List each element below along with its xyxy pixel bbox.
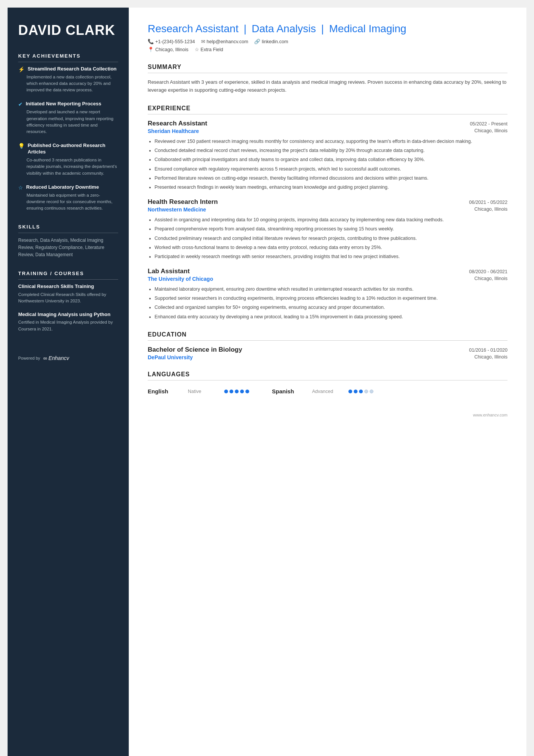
job-bullets: Maintained laboratory equipment, ensurin… [148, 286, 507, 321]
education-entry: Bachelor of Science in Biology 01/2016 -… [148, 346, 507, 360]
skills-title: SKILLS [18, 224, 118, 233]
lang-dot [245, 390, 249, 393]
phone-value: +1-(234)-555-1234 [155, 39, 195, 44]
language-item: Spanish Advanced [272, 388, 373, 394]
location-row: 📍 Chicago, Illinois ☆ Extra Field [148, 47, 507, 52]
achievement-icon: ⚡ [18, 66, 25, 72]
job-dates: 08/2020 - 06/2021 [469, 269, 507, 274]
bullet-item: Conducted detailed medical record chart … [155, 147, 507, 154]
achievement-desc: Developed and launched a new report gene… [18, 109, 118, 135]
job-location: Chicago, Illinois [474, 276, 507, 282]
title-part1: Research Assistant [148, 23, 239, 34]
sidebar: DAVID CLARK KEY ACHIEVEMENTS ⚡ Streamlin… [8, 8, 129, 756]
bullet-item: Enhanced data entry accuracy by developi… [155, 313, 507, 321]
bullet-item: Reviewed over 150 patient research imagi… [155, 138, 507, 145]
language-item: English Native [148, 388, 249, 394]
bullet-item: Assisted in organizing and interpreting … [155, 216, 507, 224]
lang-dot [354, 390, 358, 393]
lang-level: Native [188, 389, 218, 394]
bullet-item: Prepared comprehensive reports from anal… [155, 225, 507, 233]
bullet-item: Ensured compliance with regulatory requi… [155, 166, 507, 173]
job-entry: Lab Assistant 08/2020 - 06/2021 The Univ… [148, 268, 507, 321]
achievement-title: Streamlined Research Data Collection [28, 66, 117, 72]
achievement-desc: Implemented a new data collection protoc… [18, 74, 118, 94]
resume-container: DAVID CLARK KEY ACHIEVEMENTS ⚡ Streamlin… [8, 8, 526, 756]
training-item-title: Clinical Research Skills Training [18, 283, 118, 290]
title-part2: Data Analysis [252, 23, 316, 34]
achievements-section: KEY ACHIEVEMENTS ⚡ Streamlined Research … [18, 53, 118, 212]
summary-text: Research Assistant with 3 years of exper… [148, 78, 507, 94]
main-header: Research Assistant | Data Analysis | Med… [148, 23, 507, 52]
achievement-title: Published Co-authored Research Articles [28, 142, 118, 155]
skills-text: Research, Data Analysis, Medical Imaging… [18, 237, 118, 259]
bullet-item: Performed literature reviews on cutting-… [155, 175, 507, 182]
training-item: Clinical Research Skills Training Comple… [18, 283, 118, 304]
lang-dot [370, 390, 373, 393]
bullet-item: Supported senior researchers in conducti… [155, 295, 507, 302]
achievement-title: Reduced Laboratory Downtime [26, 184, 99, 191]
achievement-title: Initiated New Reporting Process [26, 101, 101, 107]
lang-name: English [148, 388, 182, 394]
enhancv-logo: ∞ Enhancv [43, 355, 69, 361]
achievement-item: ☆ Reduced Laboratory Downtime Maintained… [18, 184, 118, 212]
main-content: Research Assistant | Data Analysis | Med… [129, 8, 526, 756]
skills-section: SKILLS Research, Data Analysis, Medical … [18, 224, 118, 259]
achievement-icon: ☆ [18, 185, 23, 191]
lang-dot [235, 390, 239, 393]
linkedin-contact: 🔗 linkedin.com [254, 39, 288, 44]
achievement-item: ⚡ Streamlined Research Data Collection I… [18, 66, 118, 94]
education-title: EDUCATION [148, 331, 507, 341]
city-contact: 📍 Chicago, Illinois [148, 47, 189, 52]
education-section: EDUCATION Bachelor of Science in Biology… [148, 331, 507, 360]
lang-dot [230, 390, 233, 393]
footer-url: www.enhancv.com [473, 413, 507, 417]
lang-dot [359, 390, 363, 393]
bullet-item: Collected and organized samples for 50+ … [155, 304, 507, 311]
edu-school: DePaul University [148, 354, 193, 360]
edu-dates: 01/2016 - 01/2020 [469, 347, 507, 353]
lang-dots [348, 390, 373, 393]
achievement-item: 💡 Published Co-authored Research Article… [18, 142, 118, 177]
lang-level: Advanced [312, 389, 342, 394]
achievement-item: ✔ Initiated New Reporting Process Develo… [18, 101, 118, 135]
main-footer: www.enhancv.com [148, 405, 507, 417]
languages-row: English Native Spanish Advanced [148, 386, 507, 394]
email-contact: ✉ help@enhancv.com [201, 39, 248, 44]
languages-title: LANGUAGES [148, 371, 507, 380]
job-dates: 05/2022 - Present [470, 121, 507, 127]
job-location: Chicago, Illinois [474, 128, 507, 134]
phone-icon: 📞 [148, 39, 154, 44]
linkedin-icon: 🔗 [254, 39, 260, 44]
linkedin-value: linkedin.com [262, 39, 288, 44]
bullet-item: Participated in weekly research meetings… [155, 253, 507, 260]
contact-row: 📞 +1-(234)-555-1234 ✉ help@enhancv.com 🔗… [148, 39, 507, 44]
job-title-header: Research Assistant | Data Analysis | Med… [148, 23, 507, 35]
languages-section: LANGUAGES English Native Spanish Advance… [148, 371, 507, 394]
bullet-item: Collaborated with principal investigator… [155, 156, 507, 163]
extra-contact: ☆ Extra Field [195, 47, 223, 52]
job-title: Health Research Intern [148, 198, 218, 206]
experience-section: EXPERIENCE Research Assistant 05/2022 - … [148, 105, 507, 321]
experience-title: EXPERIENCE [148, 105, 507, 114]
achievements-title: KEY ACHIEVEMENTS [18, 53, 118, 62]
achievement-desc: Co-authored 3 research publications in r… [18, 157, 118, 177]
extra-value: Extra Field [201, 47, 223, 52]
job-entry: Research Assistant 05/2022 - Present She… [148, 120, 507, 191]
city-value: Chicago, Illinois [155, 47, 189, 52]
job-bullets: Reviewed over 150 patient research imagi… [148, 138, 507, 191]
training-item-desc: Completed Clinical Research Skills offer… [18, 291, 118, 305]
email-icon: ✉ [201, 39, 205, 44]
star-icon: ☆ [195, 47, 199, 52]
bullet-item: Presented research findings in weekly te… [155, 184, 507, 191]
training-item-desc: Certified in Medical Imaging Analysis pr… [18, 319, 118, 332]
lang-dots [224, 390, 249, 393]
job-dates: 06/2021 - 05/2022 [469, 200, 507, 205]
summary-section: SUMMARY Research Assistant with 3 years … [148, 64, 507, 94]
training-item: Medical Imaging Analysis using Python Ce… [18, 311, 118, 332]
training-title: TRAINING / COURSES [18, 271, 118, 280]
lang-dot [348, 390, 352, 393]
achievement-icon: ✔ [18, 101, 23, 107]
job-title: Lab Assistant [148, 268, 190, 275]
job-entry: Health Research Intern 06/2021 - 05/2022… [148, 198, 507, 261]
candidate-name: DAVID CLARK [18, 23, 118, 38]
